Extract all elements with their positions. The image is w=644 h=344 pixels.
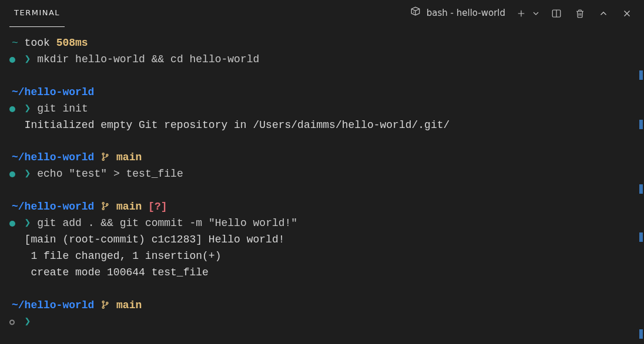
ruler-mark (639, 120, 643, 129)
svg-point-1 (102, 153, 104, 155)
prompt-status-pending-icon (9, 319, 15, 325)
maximize-panel-button[interactable] (596, 6, 611, 21)
prompt-path: ~/hello-world (12, 85, 632, 101)
ruler-mark (639, 70, 643, 80)
split-terminal-button[interactable] (549, 6, 564, 21)
prompt-status-success-icon (9, 106, 15, 112)
svg-point-3 (106, 154, 108, 156)
new-terminal-dropdown[interactable] (531, 6, 541, 21)
new-terminal-button[interactable] (514, 6, 529, 21)
prompt-status-success-icon (9, 57, 15, 63)
prompt-command-line: ❯ git add . && git commit -m "Hello worl… (12, 215, 632, 232)
terminal-name[interactable]: bash - hello-world (410, 6, 505, 21)
tab-label: TERMINAL (14, 7, 60, 19)
ruler-mark (639, 184, 643, 194)
prompt-timing: ~ took 508ms (12, 35, 632, 52)
command-output-line: [main (root-commit) c1c1283] Hello world… (12, 232, 632, 248)
prompt-status-success-icon (9, 171, 15, 177)
svg-point-2 (102, 159, 104, 161)
prompt-status-success-icon (9, 221, 15, 227)
prompt-path: ~/hello-world main (12, 150, 632, 166)
terminal-shell-icon (410, 6, 421, 21)
close-panel-button[interactable] (619, 6, 635, 21)
prompt-command-line: ❯ echo "test" > test_file (12, 166, 632, 183)
svg-point-6 (106, 204, 108, 205)
svg-point-4 (102, 203, 104, 204)
command-output-line: create mode 100644 test_file (12, 265, 632, 281)
prompt-path: ~/hello-world main [?] (12, 199, 632, 215)
terminal-output-area[interactable]: ~ took 508ms ❯ mkdir hello-world && cd h… (0, 27, 644, 330)
command-output-line: 1 file changed, 1 insertion(+) (12, 248, 632, 265)
terminal-name-label: bash - hello-world (427, 6, 505, 20)
command-output-line: Initialized empty Git repository in /Use… (12, 117, 632, 134)
kill-terminal-button[interactable] (572, 6, 588, 21)
ruler-mark (639, 329, 643, 339)
prompt-command-line: ❯ (12, 314, 632, 330)
tab-terminal[interactable]: TERMINAL (9, 0, 65, 27)
prompt-command-line: ❯ mkdir hello-world && cd hello-world (12, 52, 632, 68)
overview-ruler (638, 27, 644, 344)
svg-point-9 (106, 302, 108, 303)
prompt-command-line: ❯ git init (12, 101, 632, 117)
ruler-mark (639, 232, 643, 242)
terminal-panel-header: TERMINAL bash - hello-world (0, 0, 644, 27)
prompt-path: ~/hello-world main (12, 298, 632, 314)
svg-point-5 (102, 208, 104, 210)
svg-point-7 (102, 301, 104, 302)
svg-point-8 (102, 306, 104, 308)
